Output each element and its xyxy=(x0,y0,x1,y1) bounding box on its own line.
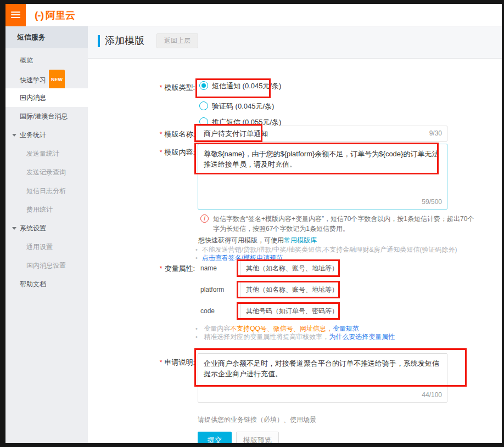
radio-unselected-icon xyxy=(199,101,208,110)
radio-verification-code[interactable]: 验证码 (0.045元/条) xyxy=(199,100,274,113)
title-accent-bar xyxy=(98,35,100,47)
sidebar-group-system-settings[interactable]: 系统设置 xyxy=(5,219,88,237)
page-header: 添加模版 返回上层 xyxy=(88,26,502,59)
radio-unselected-icon xyxy=(199,117,208,126)
quick-template-line: 想快速获得可用模版，可使用常用模版库 xyxy=(198,236,317,245)
info-note-line2: 字为长短信，按照67个字数记为1条短信费用。 xyxy=(213,224,349,234)
variable-platform-label: platform xyxy=(200,281,237,298)
sidebar-item-send-volume-stats[interactable]: 发送量统计 xyxy=(5,144,88,163)
sidebar-item-general-settings[interactable]: 通用设置 xyxy=(5,237,88,256)
sidebar-title: 短信服务 xyxy=(5,26,88,48)
radio-selected-icon xyxy=(199,81,208,90)
aliyun-logo[interactable]: (-)阿里云 xyxy=(35,9,75,22)
sidebar-item-international-messages[interactable]: 国际/港澳台消息 xyxy=(5,107,88,126)
business-link-helper: 请提供您的业务链接（必填）、使用场景 xyxy=(198,415,316,425)
why-variable-attr-link[interactable]: 为什么要选择变量属性 xyxy=(329,333,395,341)
variable-tip2: 精准选择对应的变量属性将提高审核效率，为什么要选择变量属性 xyxy=(195,332,395,342)
application-field: 企业商户余额不足时，对接餐道聚合平台的订单不推送给骑手，系统发短信提示企业商户进… xyxy=(198,353,447,403)
sidebar-group-business-statistics[interactable]: 业务统计 xyxy=(5,126,88,144)
hamburger-menu-icon[interactable] xyxy=(5,4,26,26)
sidebar-item-sms-log-analysis[interactable]: 短信日志分析 xyxy=(5,182,88,200)
variable-name-label: name xyxy=(200,260,237,276)
variable-code-label: code xyxy=(200,303,237,319)
variable-platform-dropdown[interactable]: 其他（如名称、账号、地址等） xyxy=(240,281,333,298)
template-content-textarea[interactable]: 尊敬${name}，由于您的${platform}余额不足，订单号为${code… xyxy=(198,144,447,210)
caret-down-icon xyxy=(12,227,16,230)
aliyun-logo-mark: (-) xyxy=(35,9,43,21)
sidebar-item-overview[interactable]: 概览 xyxy=(5,51,88,70)
aliyun-logo-text: 阿里云 xyxy=(46,10,75,21)
console-page: (-)阿里云 短信服务 概览 快速学习NEW 国内消息 国际/港澳台消息 业务统… xyxy=(5,4,502,443)
sidebar-item-help-docs[interactable]: 帮助文档 xyxy=(5,275,88,293)
main-content: 添加模版 返回上层 *模版类型: 短信通知 (0.045元/条) 验证码 (0.… xyxy=(88,26,502,443)
app-window: (-)阿里云 短信服务 概览 快速学习NEW 国内消息 国际/港澳台消息 业务统… xyxy=(0,0,504,447)
sidebar: 短信服务 概览 快速学习NEW 国内消息 国际/港澳台消息 业务统计 发送量统计… xyxy=(5,26,88,443)
info-note-line1: 短信字数含“签名+模版内容+变量内容”，短信70个字数含以内，按1条短信计费；超… xyxy=(213,214,474,224)
top-navbar: (-)阿里云 xyxy=(5,4,502,26)
page-title: 添加模版 xyxy=(105,34,144,47)
sidebar-item-domestic-messages[interactable]: 国内消息 xyxy=(5,88,88,107)
template-name-field: 9/30 xyxy=(198,126,447,142)
template-preview-button[interactable]: 模版预览 xyxy=(236,432,279,443)
new-badge: NEW xyxy=(49,70,65,90)
radio-sms-notification[interactable]: 短信通知 (0.045元/条) xyxy=(199,80,281,93)
sidebar-item-domestic-message-settings[interactable]: 国内消息设置 xyxy=(5,256,88,275)
application-label: *申请说明: xyxy=(88,358,195,367)
template-name-counter: 9/30 xyxy=(429,129,442,137)
template-library-link[interactable]: 常用模版库 xyxy=(284,236,317,244)
variable-code-dropdown[interactable]: 其他号码（如订单号、密码等） xyxy=(240,303,333,319)
template-type-label: *模版类型: xyxy=(88,83,195,93)
application-counter: 44/100 xyxy=(422,391,442,399)
sidebar-item-cost-statistics[interactable]: 费用统计 xyxy=(5,200,88,219)
info-icon: i xyxy=(200,214,209,223)
caret-down-icon xyxy=(12,134,16,137)
sidebar-item-send-record-query[interactable]: 发送记录查询 xyxy=(5,163,88,182)
application-textarea[interactable]: 企业商户余额不足时，对接餐道聚合平台的订单不推送给骑手，系统发短信提示企业商户进… xyxy=(198,353,447,403)
template-content-field: 尊敬${name}，由于您的${platform}余额不足，订单号为${code… xyxy=(198,144,447,210)
back-button[interactable]: 返回上层 xyxy=(156,33,198,48)
template-name-input[interactable] xyxy=(198,126,447,142)
template-content-counter: 59/500 xyxy=(422,198,442,206)
variable-name-dropdown[interactable]: 其他（如名称、账号、地址等） xyxy=(240,260,333,276)
submit-button[interactable]: 提交 xyxy=(198,432,232,443)
variables-label: *变量属性: xyxy=(88,264,195,274)
template-content-label: *模版内容: xyxy=(88,148,195,157)
sidebar-item-quick-learning[interactable]: 快速学习NEW xyxy=(5,70,88,88)
variable-rules-link[interactable]: 变量规范 xyxy=(333,325,359,332)
sidebar-menu: 概览 快速学习NEW 国内消息 国际/港澳台消息 业务统计 发送量统计 发送记录… xyxy=(5,48,88,293)
template-name-label: *模版名称: xyxy=(88,129,195,139)
